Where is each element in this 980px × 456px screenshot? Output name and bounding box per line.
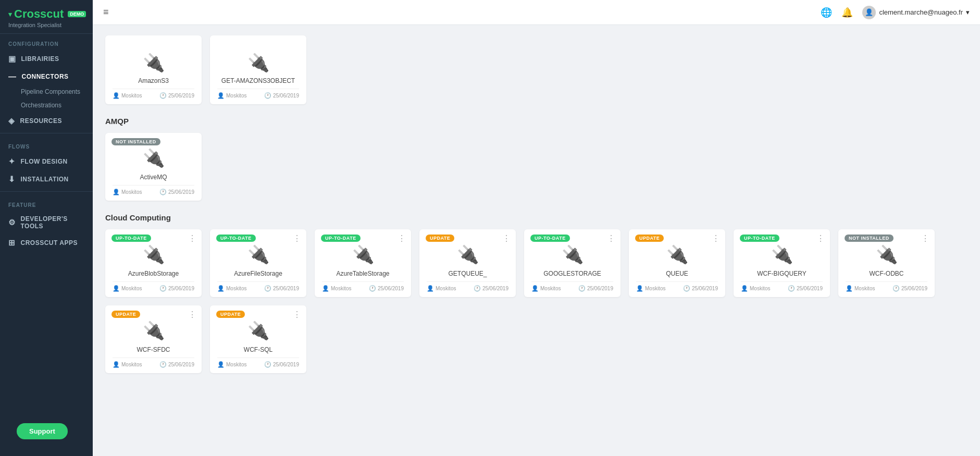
- plug-icon-getqueue: 🔌: [457, 244, 479, 265]
- card-amazons3[interactable]: 🔌 AmazonS3 👤 Moskitos 🕐 25/06/2019: [105, 35, 202, 104]
- card-date-azureblobstorage: 🕐 25/06/2019: [159, 285, 194, 292]
- sidebar-item-installation[interactable]: ⬇ INSTALLATION: [0, 170, 93, 188]
- card-menu-azurefilestorage[interactable]: ⋮: [293, 235, 301, 243]
- amazon-cards-row: 🔌 AmazonS3 👤 Moskitos 🕐 25/06/2019: [105, 35, 967, 104]
- card-menu-googlestorage[interactable]: ⋮: [607, 235, 615, 243]
- card-name-get-amazons3object: GET-AMAZONS3OBJECT: [217, 77, 299, 84]
- cloud-cards-row: UP-TO-DATE ⋮ 🔌 AzureBlobStorage 👤 Moskit…: [105, 229, 967, 373]
- sidebar-item-label-connectors: Connectors: [22, 73, 69, 80]
- card-menu-azureblobstorage[interactable]: ⋮: [188, 235, 196, 243]
- sidebar-sub-orchestrations[interactable]: Orchestrations: [0, 98, 93, 112]
- card-menu-queue[interactable]: ⋮: [712, 235, 720, 243]
- card-author-wcf-sql: 👤 Moskitos: [217, 361, 246, 368]
- card-wcf-sql[interactable]: UPDATE ⋮ 🔌 WCF-SQL 👤 Moskitos 🕐 25/06/20…: [210, 305, 306, 373]
- clock-icon-get-amazons3object: 🕐: [264, 92, 271, 99]
- card-icon-amazons3: 🔌: [113, 42, 194, 77]
- clock-icon-wcf-sfdc: 🕐: [159, 361, 167, 368]
- sidebar-item-libraries[interactable]: ▣ LIBRAIRIES: [0, 50, 93, 68]
- user-icon-azureblobstorage: 👤: [113, 285, 120, 292]
- sidebar-item-resources[interactable]: ◈ RESOURCES: [0, 112, 93, 130]
- sidebar-item-label-flow-design: FLOW DESIGN: [21, 158, 68, 165]
- dev-tools-icon: ⚙: [8, 218, 16, 227]
- card-getqueue[interactable]: UPDATE ⋮ 🔌 GETQUEUE_ 👤 Moskitos 🕐 25/06/…: [419, 229, 516, 297]
- card-menu-wcf-odbc[interactable]: ⋮: [921, 235, 929, 243]
- sidebar: ▾ Crosscut DEMO Integration Specialist C…: [0, 0, 93, 456]
- bell-icon[interactable]: 🔔: [841, 7, 853, 18]
- user-icon-azurefilestorage: 👤: [217, 285, 225, 292]
- card-menu-azuretablestorage[interactable]: ⋮: [398, 235, 406, 243]
- card-date-queue: 🕐 25/06/2019: [683, 285, 718, 292]
- badge-azureblobstorage: UP-TO-DATE: [111, 235, 151, 242]
- app-subtitle: Integration Specialist: [8, 22, 84, 28]
- card-get-amazons3object[interactable]: 🔌 GET-AMAZONS3OBJECT 👤 Moskitos 🕐 25/06/…: [210, 35, 306, 104]
- topbar-user[interactable]: 👤 clement.marche@nuageo.fr ▾: [862, 6, 970, 19]
- sidebar-sub-pipeline[interactable]: Pipeline Components: [0, 85, 93, 98]
- topbar: ≡ 🌐 🔔 👤 clement.marche@nuageo.fr ▾: [93, 0, 980, 25]
- card-wcf-odbc[interactable]: NOT INSTALLED ⋮ 🔌 WCF-ODBC 👤 Moskitos 🕐 …: [838, 229, 935, 297]
- topbar-left: ≡: [103, 7, 109, 18]
- card-name-wcf-sfdc: WCF-SFDC: [113, 346, 194, 353]
- card-date-wcf-odbc: 🕐 25/06/2019: [892, 285, 927, 292]
- user-chevron-icon: ▾: [966, 8, 970, 16]
- card-menu-wcf-sql[interactable]: ⋮: [293, 311, 301, 319]
- card-wcf-sfdc[interactable]: UPDATE ⋮ 🔌 WCF-SFDC 👤 Moskitos 🕐 25/06/2…: [105, 305, 202, 373]
- card-footer-queue: 👤 Moskitos 🕐 25/06/2019: [636, 281, 718, 292]
- card-name-azurefilestorage: AzureFileStorage: [217, 270, 299, 277]
- card-menu-wcf-bigquery[interactable]: ⋮: [816, 235, 825, 243]
- card-menu-wcf-sfdc[interactable]: ⋮: [188, 311, 196, 319]
- section-label-feature: FEATURE: [0, 195, 93, 211]
- card-azurefilestorage[interactable]: UP-TO-DATE ⋮ 🔌 AzureFileStorage 👤 Moskit…: [210, 229, 306, 297]
- card-footer-wcf-sfdc: 👤 Moskitos 🕐 25/06/2019: [113, 358, 194, 368]
- user-icon-wcf-bigquery: 👤: [741, 285, 748, 292]
- card-googlestorage[interactable]: UP-TO-DATE ⋮ 🔌 GOOGLESTORAGE 👤 Moskitos …: [524, 229, 621, 297]
- menu-icon[interactable]: ≡: [103, 7, 109, 18]
- user-icon-wcf-sfdc: 👤: [113, 361, 120, 368]
- sidebar-item-flow-design[interactable]: ✦ FLOW DESIGN: [0, 153, 93, 170]
- sidebar-item-connectors[interactable]: — Connectors: [0, 68, 93, 85]
- badge-wcf-odbc: NOT INSTALLED: [845, 235, 894, 242]
- plug-icon-azurefilestorage: 🔌: [247, 244, 269, 265]
- card-menu-getqueue[interactable]: ⋮: [502, 235, 511, 243]
- avatar: 👤: [862, 6, 876, 19]
- card-footer-azurefilestorage: 👤 Moskitos 🕐 25/06/2019: [217, 281, 299, 292]
- card-name-wcf-sql: WCF-SQL: [217, 346, 299, 353]
- card-wcf-bigquery[interactable]: UP-TO-DATE ⋮ 🔌 WCF-BIGQUERY 👤 Moskitos 🕐…: [734, 229, 830, 297]
- plug-icon-amazons3: 🔌: [143, 52, 165, 73]
- card-name-getqueue: GETQUEUE_: [427, 270, 508, 277]
- plug-icon-azureblobstorage: 🔌: [143, 244, 165, 265]
- card-author-amazons3: 👤 Moskitos: [113, 92, 142, 99]
- sidebar-item-crosscut-apps[interactable]: ⊞ CROSSCUT APPS: [0, 234, 93, 252]
- clock-icon-queue: 🕐: [683, 285, 690, 292]
- card-azuretablestorage[interactable]: UP-TO-DATE ⋮ 🔌 AzureTableStorage 👤 Moski…: [315, 229, 411, 297]
- libraries-icon: ▣: [8, 54, 16, 64]
- card-date-googlestorage: 🕐 25/06/2019: [578, 285, 613, 292]
- card-name-wcf-odbc: WCF-ODBC: [846, 270, 927, 277]
- sidebar-item-label-resources: RESOURCES: [20, 117, 63, 125]
- user-icon-azuretablestorage: 👤: [322, 285, 329, 292]
- clock-icon-googlestorage: 🕐: [578, 285, 586, 292]
- demo-badge: DEMO: [68, 11, 86, 17]
- card-activemq[interactable]: NOT INSTALLED 🔌 ActiveMQ 👤 Moskitos 🕐 25…: [105, 133, 202, 201]
- chevron-down-icon: ▾: [8, 10, 12, 18]
- card-date-wcf-sql: 🕐 25/06/2019: [264, 361, 299, 368]
- plug-icon-wcf-sfdc: 🔌: [143, 320, 165, 341]
- support-button[interactable]: Support: [17, 423, 68, 439]
- card-name-amazons3: AmazonS3: [113, 77, 194, 84]
- globe-icon[interactable]: 🌐: [821, 7, 832, 18]
- app-name-area: ▾ Crosscut DEMO: [8, 7, 84, 21]
- amqp-cards-row: NOT INSTALLED 🔌 ActiveMQ 👤 Moskitos 🕐 25…: [105, 133, 967, 201]
- card-azureblobstorage[interactable]: UP-TO-DATE ⋮ 🔌 AzureBlobStorage 👤 Moskit…: [105, 229, 202, 297]
- card-footer-amazons3: 👤 Moskitos 🕐 25/06/2019: [113, 89, 194, 99]
- user-icon-amazons3: 👤: [113, 92, 120, 99]
- plug-icon-azuretablestorage: 🔌: [352, 244, 374, 265]
- card-queue[interactable]: UPDATE ⋮ 🔌 QUEUE 👤 Moskitos 🕐 25/06/2019: [629, 229, 725, 297]
- card-date-wcf-sfdc: 🕐 25/06/2019: [159, 361, 194, 368]
- user-icon-get-amazons3object: 👤: [217, 92, 225, 99]
- user-icon-wcf-odbc: 👤: [846, 285, 853, 292]
- user-email: clement.marche@nuageo.fr: [879, 8, 963, 16]
- plug-icon-queue: 🔌: [666, 244, 688, 265]
- card-name-googlestorage: GOOGLESTORAGE: [531, 270, 613, 277]
- sidebar-item-dev-tools[interactable]: ⚙ DEVELOPER'S TOOLS: [0, 211, 93, 234]
- user-icon-activemq: 👤: [113, 189, 120, 195]
- card-name-azuretablestorage: AzureTableStorage: [322, 270, 404, 277]
